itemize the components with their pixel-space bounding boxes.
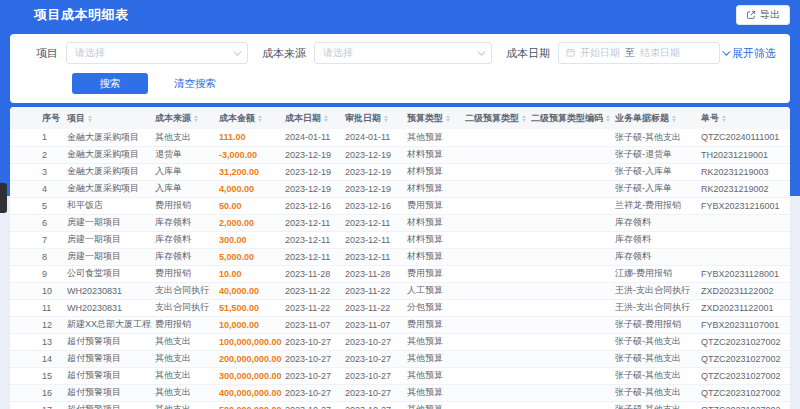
table-cell: 2023-12-19	[282, 180, 342, 197]
column-header[interactable]: 审批日期	[342, 107, 404, 129]
table-cell: 房建一期项目	[64, 231, 152, 248]
table-row: 17超付预警项目其他支出500,000,000.002023-10-272023…	[10, 401, 790, 409]
table-cell	[462, 146, 528, 163]
table-cell: 王洪-支出合同执行	[612, 282, 698, 299]
table-cell: 金融大厦采购项目	[64, 180, 152, 197]
table-cell: 新建XX总部大厦工程二期	[64, 316, 152, 333]
table-cell: 材料预算	[404, 214, 462, 231]
cost-source-filter-label: 成本来源	[262, 46, 306, 61]
table-cell: FYBX20231107001	[698, 316, 790, 333]
table-row: 14超付预警项目其他支出200,000,000.002023-10-272023…	[10, 350, 790, 367]
table-cell: 库存领料	[612, 248, 698, 265]
column-header-label: 审批日期	[345, 113, 381, 123]
table-cell	[528, 316, 612, 333]
column-header[interactable]: 项目	[64, 107, 152, 129]
export-button[interactable]: 导出	[736, 5, 790, 25]
table-cell: 房建一期项目	[64, 248, 152, 265]
table-cell: FYBX20231216001	[698, 197, 790, 214]
cost-source-select-placeholder: 请选择	[323, 46, 477, 60]
table-cell	[528, 231, 612, 248]
table-cell: 2023-12-16	[282, 197, 342, 214]
table-cell: 2023-11-28	[282, 265, 342, 282]
sort-icon[interactable]	[672, 115, 676, 122]
table-cell: 2023-11-22	[342, 299, 404, 316]
table-cell: 2023-11-28	[342, 265, 404, 282]
table-cell: 费用报销	[152, 316, 216, 333]
table-cell	[462, 401, 528, 409]
table-cell: 2023-12-11	[282, 231, 342, 248]
calendar-icon	[566, 47, 575, 59]
table-cell: 超付预警项目	[64, 384, 152, 401]
sidebar-collapse-handle[interactable]	[0, 183, 7, 213]
table-cell: 16	[10, 384, 64, 401]
cost-source-select[interactable]: 请选择	[314, 42, 492, 64]
column-header[interactable]: 二级预算类型编码	[528, 107, 612, 129]
column-header-label: 成本金额	[219, 113, 255, 123]
project-select[interactable]: 请选择	[66, 42, 248, 64]
table-cell: 4,000.00	[216, 180, 282, 197]
sort-icon[interactable]	[522, 115, 526, 122]
column-header: 序号	[10, 107, 64, 129]
table-cell: 张子硕-其他支出	[612, 129, 698, 146]
table-cell: 金融大厦采购项目	[64, 146, 152, 163]
column-header[interactable]: 成本来源	[152, 107, 216, 129]
column-header-label: 成本来源	[155, 113, 191, 123]
column-header[interactable]: 单号	[698, 107, 790, 129]
sort-icon[interactable]	[88, 115, 92, 122]
clear-search-button[interactable]: 清空搜索	[174, 77, 216, 91]
sort-icon[interactable]	[194, 115, 198, 122]
table-cell	[462, 197, 528, 214]
search-button[interactable]: 搜索	[72, 73, 148, 94]
cost-date-filter-label: 成本日期	[506, 46, 550, 61]
table-cell: 其他支出	[152, 401, 216, 409]
table-cell: 费用报销	[152, 197, 216, 214]
sort-icon[interactable]	[324, 115, 328, 122]
expand-filters-label: 展开筛选	[732, 46, 776, 61]
table-cell: QTZC20240111001	[698, 129, 790, 146]
table-cell: 10	[10, 282, 64, 299]
sort-icon[interactable]	[722, 115, 726, 122]
table-cell	[462, 299, 528, 316]
table-body: 1金融大厦采购项目其他支出111.002024-01-112024-01-11其…	[10, 129, 790, 409]
column-header-label: 单号	[701, 113, 719, 123]
table-cell: 2023-10-27	[282, 333, 342, 350]
end-date-placeholder: 结束日期	[640, 46, 680, 60]
sort-icon[interactable]	[258, 115, 262, 122]
column-header[interactable]: 成本日期	[282, 107, 342, 129]
sort-icon[interactable]	[606, 115, 610, 122]
table-cell: 张子硕-费用报销	[612, 316, 698, 333]
cost-date-range-picker[interactable]: 开始日期 至 结束日期	[558, 42, 720, 64]
table-cell: 2023-10-27	[342, 384, 404, 401]
table-cell: 2024-01-11	[342, 129, 404, 146]
table-cell: 14	[10, 350, 64, 367]
table-cell	[462, 248, 528, 265]
table-cell: 300,000,000.00	[216, 367, 282, 384]
table-cell: 其他预算	[404, 350, 462, 367]
column-header[interactable]: 预算类型	[404, 107, 462, 129]
table-cell	[528, 384, 612, 401]
expand-filters-link[interactable]: 展开筛选	[722, 46, 776, 61]
table-cell: 2023-11-07	[282, 316, 342, 333]
table-cell	[462, 214, 528, 231]
sort-icon[interactable]	[446, 115, 450, 122]
filter-row: 项目 请选择 成本来源 请选择 成本日期 开始日期 至	[22, 42, 778, 64]
table-cell	[462, 350, 528, 367]
column-header[interactable]: 业务单据标题	[612, 107, 698, 129]
table-cell: 6	[10, 214, 64, 231]
table-cell: 费用预算	[404, 197, 462, 214]
table-cell: 公司食堂项目	[64, 265, 152, 282]
column-header[interactable]: 成本金额	[216, 107, 282, 129]
table-cell: 31,200.00	[216, 163, 282, 180]
table-cell: 2023-12-19	[282, 146, 342, 163]
table-cell	[528, 197, 612, 214]
table-cell: 12	[10, 316, 64, 333]
project-select-placeholder: 请选择	[75, 46, 233, 60]
table-row: 12新建XX总部大厦工程二期费用报销10,000.002023-11-07202…	[10, 316, 790, 333]
table-cell: 超付预警项目	[64, 350, 152, 367]
column-header[interactable]: 二级预算类型	[462, 107, 528, 129]
table-cell: 和平饭店	[64, 197, 152, 214]
sort-icon[interactable]	[384, 115, 388, 122]
table-cell: 3	[10, 163, 64, 180]
table-cell: QTZC20231027002	[698, 384, 790, 401]
table-cell: 材料预算	[404, 146, 462, 163]
